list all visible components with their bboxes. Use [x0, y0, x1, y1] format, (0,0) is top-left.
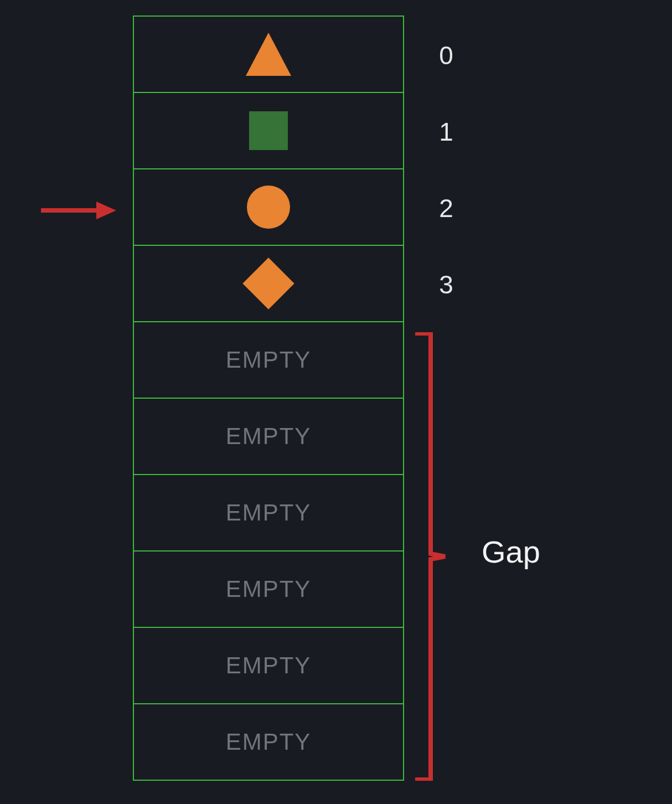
empty-label: EMPTY — [226, 347, 312, 373]
array-cell-2 — [133, 168, 404, 246]
square-icon — [249, 111, 288, 150]
array-cell-8: EMPTY — [133, 627, 404, 704]
array-cell-6: EMPTY — [133, 474, 404, 552]
array-cell-1 — [133, 92, 404, 169]
index-label-0: 0 — [435, 40, 457, 70]
circle-icon — [247, 185, 290, 229]
arrow-line — [41, 208, 102, 213]
index-label-1: 1 — [435, 117, 457, 147]
index-label-2: 2 — [435, 193, 457, 223]
triangle-icon — [246, 33, 291, 76]
array-cell-7: EMPTY — [133, 550, 404, 628]
empty-label: EMPTY — [226, 423, 312, 450]
empty-label: EMPTY — [226, 729, 312, 755]
gap-bracket — [414, 332, 447, 781]
array-cell-3 — [133, 245, 404, 322]
pointer-arrow — [41, 205, 118, 216]
index-label-3: 3 — [435, 270, 457, 300]
gap-label: Gap — [482, 534, 540, 570]
array-cell-0 — [133, 16, 404, 93]
diamond-icon — [242, 257, 294, 309]
array-cell-5: EMPTY — [133, 398, 404, 475]
arrow-head-icon — [96, 202, 116, 219]
empty-label: EMPTY — [226, 652, 312, 679]
array-cell-9: EMPTY — [133, 703, 404, 781]
empty-label: EMPTY — [226, 499, 312, 526]
array-container: EMPTY EMPTY EMPTY EMPTY EMPTY EMPTY — [133, 16, 404, 781]
empty-label: EMPTY — [226, 576, 312, 602]
array-cell-4: EMPTY — [133, 321, 404, 399]
